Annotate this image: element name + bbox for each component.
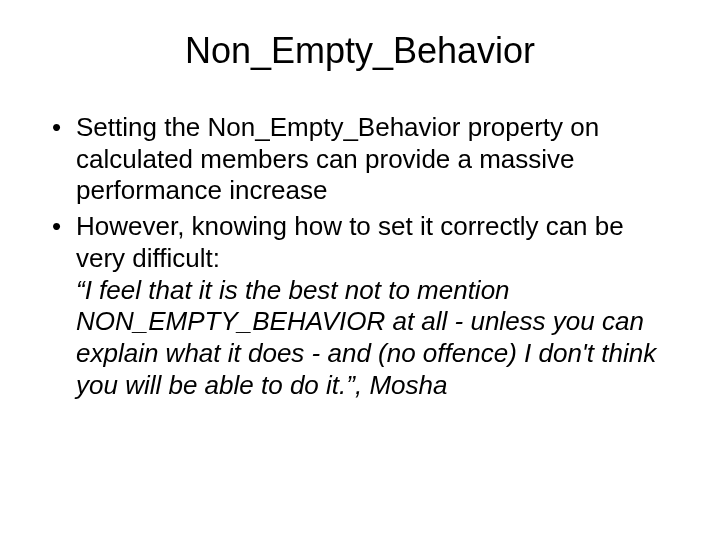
bullet-text: Setting the Non_Empty_Behavior property … — [76, 112, 599, 205]
list-item: Setting the Non_Empty_Behavior property … — [50, 112, 670, 207]
slide-title: Non_Empty_Behavior — [40, 30, 680, 72]
bullet-quote: “I feel that it is the best not to menti… — [76, 275, 656, 400]
bullet-text: However, knowing how to set it correctly… — [76, 211, 624, 273]
list-item: However, knowing how to set it correctly… — [50, 211, 670, 401]
slide: Non_Empty_Behavior Setting the Non_Empty… — [0, 0, 720, 540]
bullet-list: Setting the Non_Empty_Behavior property … — [50, 112, 670, 401]
